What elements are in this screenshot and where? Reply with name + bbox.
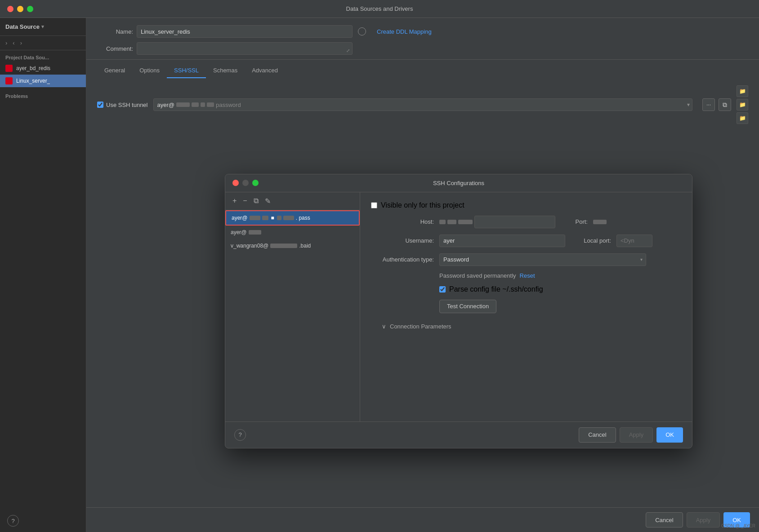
main-layout: Data Source ▾ › ‹ › Project Data Sou... … — [0, 18, 759, 532]
dialog-close-button[interactable] — [232, 180, 239, 186]
dialog-right-panel: Visible only for this project Host: — [360, 192, 692, 421]
port-label: Port: — [561, 218, 588, 225]
host-input-area — [439, 216, 555, 228]
visible-project-row: Visible only for this project — [371, 201, 681, 209]
minimize-button[interactable] — [17, 6, 23, 12]
dialog-action-buttons: Cancel Apply OK — [579, 427, 683, 443]
host-input[interactable] — [474, 216, 555, 228]
sidebar-section-label: Project Data Sou... — [0, 50, 86, 62]
window-title: Data Sources and Drivers — [346, 5, 413, 12]
auth-type-label: Authentication type: — [371, 256, 434, 263]
redis-icon — [5, 65, 13, 72]
dialog-apply-button[interactable]: Apply — [620, 427, 653, 443]
add-config-button[interactable]: + — [231, 196, 238, 206]
password-saved-text: Password saved permanently — [439, 272, 516, 279]
port-redacted — [593, 220, 607, 224]
parse-config-label: Parse config file ~/.ssh/config — [449, 285, 543, 293]
redis-icon — [5, 77, 13, 84]
connection-params-label: Connection Parameters — [390, 323, 451, 330]
sidebar-header: Data Source ▾ — [0, 18, 86, 36]
redacted-1a — [250, 216, 260, 220]
test-connection-button[interactable]: Test Connection — [439, 300, 496, 313]
config-item-label-2: ayer@ — [231, 229, 247, 235]
auth-type-row: Authentication type: Password ▾ — [371, 253, 681, 266]
sidebar: Data Source ▾ › ‹ › Project Data Sou... … — [0, 18, 86, 532]
dialog-max-button[interactable] — [252, 180, 259, 186]
sidebar-item-label: Linux_server_ — [16, 78, 50, 84]
problems-label: Problems — [0, 87, 86, 101]
window-controls[interactable] — [7, 6, 33, 12]
title-bar: Data Sources and Drivers — [0, 0, 759, 18]
username-input[interactable] — [439, 235, 565, 247]
maximize-button[interactable] — [27, 6, 33, 12]
sidebar-navigation: › ‹ › — [0, 36, 86, 50]
parse-config-row: Parse config file ~/.ssh/config — [371, 285, 681, 293]
dialog-min-button[interactable] — [242, 180, 249, 186]
username-label: Username: — [371, 237, 434, 244]
username-row: Username: Local port: — [371, 235, 681, 247]
host-label: Host: — [371, 218, 434, 225]
port-area — [593, 220, 607, 224]
dialog-left-panel: + − ⧉ ✎ ayer@ ■ — [225, 192, 360, 421]
dialog-body: + − ⧉ ✎ ayer@ ■ — [225, 192, 692, 421]
dialog-titlebar: SSH Configurations — [225, 174, 692, 192]
redacted-1c — [277, 216, 281, 220]
ssh-configurations-dialog: SSH Configurations + − ⧉ ✎ — [225, 174, 692, 448]
nav-next-icon[interactable]: › — [20, 40, 22, 46]
local-port-label: Local port: — [571, 237, 611, 244]
dialog-window-controls[interactable] — [232, 180, 259, 186]
dialog-cancel-button[interactable]: Cancel — [579, 427, 616, 443]
close-button[interactable] — [7, 6, 13, 12]
redacted-1d — [283, 216, 294, 220]
nav-back-icon[interactable]: ‹ — [13, 40, 14, 46]
dialog-bottom-bar: ? Cancel Apply OK — [225, 421, 692, 448]
connection-params-row[interactable]: ∨ Connection Parameters — [371, 319, 681, 333]
sidebar-title: Data Source ▾ — [5, 23, 44, 30]
dialog-ok-button[interactable]: OK — [656, 427, 683, 443]
config-list-item-2[interactable]: ayer@ — [225, 226, 360, 239]
host-redacted-1 — [439, 220, 446, 224]
config-list: ayer@ ■ . pass ayer@ — [225, 210, 360, 421]
config-list-item-3[interactable]: v_wangran08@ .baid — [225, 239, 360, 253]
dialog-overlay: SSH Configurations + − ⧉ ✎ — [86, 18, 759, 532]
auth-select-wrapper: Password ▾ — [439, 253, 664, 266]
local-port-input[interactable] — [616, 235, 652, 247]
copy-config-button[interactable]: ⧉ — [252, 196, 260, 206]
auth-type-select[interactable]: Password — [439, 253, 646, 266]
sidebar-item-linux-server[interactable]: Linux_server_ — [0, 75, 86, 87]
nav-forward-icon[interactable]: › — [5, 40, 7, 46]
redacted-1b — [262, 216, 268, 220]
sidebar-item-label: ayer_bd_redis — [16, 65, 50, 71]
dialog-toolbar: + − ⧉ ✎ — [225, 192, 360, 210]
sidebar-item-ayer-bd-redis[interactable]: ayer_bd_redis — [0, 62, 86, 75]
password-saved-row: Password saved permanently Reset — [371, 272, 681, 279]
help-button[interactable]: ? — [7, 515, 19, 527]
test-connection-row: Test Connection — [371, 300, 681, 313]
redacted-2a — [249, 230, 261, 235]
parse-config-checkbox[interactable] — [439, 286, 446, 293]
dialog-title: SSH Configurations — [433, 180, 484, 186]
visible-project-label: Visible only for this project — [381, 201, 464, 209]
host-redacted-2 — [447, 220, 456, 224]
config-item-label-1: ayer@ — [232, 215, 248, 221]
chevron-down-icon[interactable]: ▾ — [41, 24, 44, 30]
remove-config-button[interactable]: − — [241, 196, 249, 206]
redacted-3a — [270, 244, 297, 248]
edit-config-button[interactable]: ✎ — [263, 196, 272, 206]
config-item-label-3: v_wangran08@ — [231, 243, 268, 249]
chevron-down-icon: ∨ — [382, 323, 386, 330]
host-redacted-3 — [458, 220, 473, 224]
password-reset-link[interactable]: Reset — [520, 272, 535, 279]
dialog-help-button[interactable]: ? — [234, 429, 246, 441]
visible-project-checkbox[interactable] — [371, 202, 377, 208]
host-row: Host: Port: — [371, 216, 681, 228]
config-list-item-1[interactable]: ayer@ ■ . pass — [225, 210, 360, 226]
content-area: Name: Create DDL Mapping Comment: ⤢ Gene… — [86, 18, 759, 532]
